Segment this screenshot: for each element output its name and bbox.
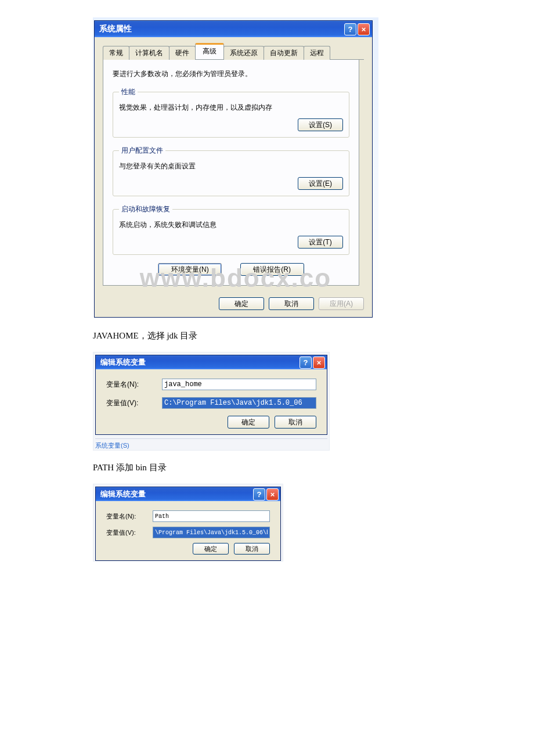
screenshot-edit-path: 编辑系统变量 ? × 变量名(N): 变量值(V): 确定 取消: [93, 484, 283, 561]
cancel-button[interactable]: 取消: [269, 297, 314, 310]
settings-profiles-button[interactable]: 设置(E): [298, 177, 343, 190]
tab-general[interactable]: 常规: [103, 46, 129, 60]
group-performance-legend: 性能: [119, 87, 138, 97]
titlebar[interactable]: 编辑系统变量 ? ×: [96, 355, 327, 369]
admin-note: 要进行大多数改动，您必须作为管理员登录。: [113, 69, 349, 79]
settings-performance-button[interactable]: 设置(S): [298, 118, 343, 131]
variable-value-input[interactable]: [153, 527, 270, 538]
group-performance: 性能 视觉效果，处理器计划，内存使用，以及虚拟内存 设置(S): [113, 87, 349, 138]
caption-javahome: JAVAHOME，选择 jdk 目录: [93, 330, 522, 341]
dialog-footer: 确定 取消 应用(A): [103, 293, 364, 310]
tab-advanced[interactable]: 高级: [195, 43, 224, 59]
performance-desc: 视觉效果，处理器计划，内存使用，以及虚拟内存: [119, 103, 343, 113]
settings-startup-button[interactable]: 设置(T): [298, 236, 343, 249]
screenshot-system-properties: www.bdocx.co 系统属性 ? × 常规 计算机名 硬件 高级 系统还原…: [93, 17, 378, 319]
cancel-button[interactable]: 取消: [275, 416, 316, 429]
help-icon[interactable]: ?: [300, 357, 312, 369]
cancel-button[interactable]: 取消: [234, 543, 270, 555]
close-icon[interactable]: ×: [358, 23, 370, 35]
system-variables-section-peek: 系统变量(S): [95, 438, 327, 450]
group-profiles-legend: 用户配置文件: [119, 146, 165, 156]
title-text: 系统属性: [99, 24, 132, 34]
tab-panel-advanced: 要进行大多数改动，您必须作为管理员登录。 性能 视觉效果，处理器计划，内存使用，…: [103, 59, 359, 286]
title-text: 编辑系统变量: [100, 489, 146, 499]
environment-variables-button[interactable]: 环境变量(N): [158, 263, 222, 276]
row-env-error: 环境变量(N) 错误报告(R): [113, 263, 349, 276]
profiles-desc: 与您登录有关的桌面设置: [119, 161, 343, 171]
tab-auto-update[interactable]: 自动更新: [264, 46, 304, 60]
variable-name-input[interactable]: [153, 510, 270, 522]
window-edit-system-variable-2: 编辑系统变量 ? × 变量名(N): 变量值(V): 确定 取消: [95, 487, 281, 561]
ok-button[interactable]: 确定: [193, 543, 229, 555]
apply-button[interactable]: 应用(A): [319, 297, 364, 310]
variable-value-label: 变量值(V):: [106, 528, 153, 537]
tab-computer-name[interactable]: 计算机名: [129, 46, 169, 60]
title-text: 编辑系统变量: [100, 357, 146, 368]
variable-name-label: 变量名(N):: [106, 512, 153, 521]
tab-strip: 常规 计算机名 硬件 高级 系统还原 自动更新 远程: [103, 43, 364, 60]
ok-button[interactable]: 确定: [219, 297, 264, 310]
window-system-properties: 系统属性 ? × 常规 计算机名 硬件 高级 系统还原 自动更新 远程 要进行大…: [94, 20, 373, 318]
tab-remote[interactable]: 远程: [304, 46, 330, 60]
titlebar[interactable]: 编辑系统变量 ? ×: [96, 487, 280, 501]
variable-value-label: 变量值(V):: [106, 398, 162, 408]
startup-desc: 系统启动，系统失败和调试信息: [119, 220, 343, 230]
caption-path: PATH 添加 bin 目录: [93, 462, 522, 473]
tab-restore[interactable]: 系统还原: [223, 46, 264, 60]
error-reporting-button[interactable]: 错误报告(R): [240, 263, 304, 276]
close-icon[interactable]: ×: [313, 357, 325, 369]
titlebar[interactable]: 系统属性 ? ×: [95, 21, 372, 37]
tab-hardware[interactable]: 硬件: [169, 46, 196, 60]
ok-button[interactable]: 确定: [228, 416, 269, 429]
variable-name-input[interactable]: [162, 379, 316, 390]
help-icon[interactable]: ?: [344, 23, 356, 35]
variable-value-input[interactable]: [162, 397, 316, 409]
screenshot-edit-javahome: 编辑系统变量 ? × 变量名(N): 变量值(V): 确定 取消 系统变量(S): [93, 352, 330, 451]
window-edit-system-variable-1: 编辑系统变量 ? × 变量名(N): 变量值(V): 确定 取消: [95, 355, 327, 435]
variable-name-label: 变量名(N):: [106, 380, 162, 390]
group-user-profiles: 用户配置文件 与您登录有关的桌面设置 设置(E): [113, 146, 349, 196]
help-icon[interactable]: ?: [253, 488, 265, 501]
group-startup-legend: 启动和故障恢复: [119, 204, 172, 214]
close-icon[interactable]: ×: [266, 488, 279, 501]
group-startup-recovery: 启动和故障恢复 系统启动，系统失败和调试信息 设置(T): [113, 204, 349, 255]
